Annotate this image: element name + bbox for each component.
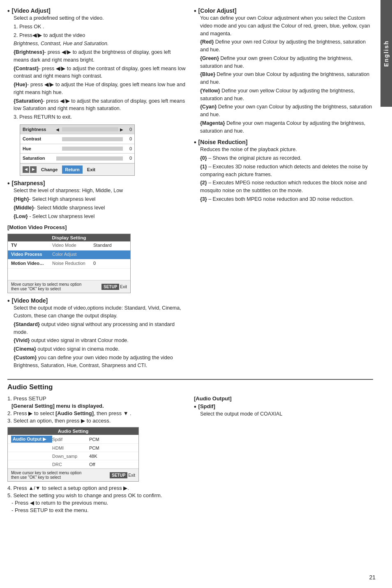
video-mode-section: • [Video Mode] Select the output mode of…	[7, 297, 187, 369]
sharpness-title: [Sharpness]	[12, 180, 45, 186]
brightness-row: Brightness ◀ ▶ 0	[20, 125, 134, 135]
audio-step2: 2. Press ▶ to select [Audio Setting], th…	[7, 410, 187, 416]
audio-drc-label: DRC	[52, 462, 89, 467]
contrast-row: Contrast 0	[20, 134, 134, 144]
nav-left-arrow[interactable]: ◀	[23, 166, 29, 173]
sharpness-high: {High}- Select High sharpness level	[14, 195, 187, 203]
audio-divider	[7, 379, 373, 380]
ds-standard-label: Standard	[93, 242, 122, 248]
audio-setting-header: Audio Setting	[8, 427, 138, 435]
nav-arrows: ◀ ▶	[23, 166, 37, 173]
video-adjust-header: • [Video Adjust]	[7, 7, 187, 14]
ds-exit-label[interactable]: Exit	[120, 285, 127, 289]
video-mode-standard: {Standard} output video signal without a…	[14, 321, 187, 336]
audio-section-title: Audio Setting	[7, 383, 373, 391]
audio-setting-box: Audio Setting Audio Output ▶ Spdif PCM H…	[7, 427, 139, 482]
video-adjust-step3: 3. Press RETURN to exit.	[14, 113, 187, 121]
saturation-text: {Saturation}- press ◀/▶ to adjust the sa…	[14, 97, 187, 113]
sidebar-text: English	[383, 40, 390, 67]
color-adjust-body: You can define your own Colour adjustmen…	[200, 14, 373, 135]
video-adjust-ui-box: Brightness ◀ ▶ 0 Contrast	[20, 124, 135, 176]
audio-setup-button[interactable]: SETUP	[110, 472, 127, 478]
audio-pcm1-value: PCM	[89, 437, 122, 442]
audio-downsamp-label: Down_samp	[52, 454, 89, 459]
color-adjust-header: • [Color Adjust]	[194, 7, 373, 14]
contrast-value: 0	[125, 136, 132, 142]
hue-value: 0	[125, 145, 132, 152]
noise-reduction-section: • [Noise Reduction] Reduces the noise of…	[194, 139, 373, 203]
audio-exit-label[interactable]: Exit	[128, 473, 135, 478]
video-mode-body: Select the output mode of video,options …	[14, 304, 187, 369]
spdif-text: Select the output mode of COAXIAL	[200, 410, 373, 418]
spdif-title: [Spdif]	[198, 403, 215, 409]
return-button[interactable]: Return	[62, 165, 82, 174]
ds-noisereduction-value: 0	[93, 260, 122, 266]
color-adjust-title: [Color Adjust]	[198, 7, 237, 14]
audio-step5a: - Press ◀ to return to the previous menu…	[12, 500, 187, 506]
saturation-value: 0	[125, 155, 132, 162]
brightness-value: 0	[125, 126, 132, 133]
noise-two: {2} – Executes MPEG noise reduction whic…	[200, 179, 373, 195]
hue-row: Hue 0	[20, 144, 134, 154]
nav-right-arrow[interactable]: ▶	[30, 166, 37, 173]
display-setting-footer: Move cursor key to select menu optionthe…	[8, 280, 130, 293]
brightness-arrow-left: ◀	[55, 126, 60, 133]
color-adjust-blue: {Blue} Define your own blue Colour by ad…	[200, 71, 373, 86]
audio-right-col: [Audio Output] • [Spdif] Select the outp…	[194, 395, 373, 514]
hue-text: {Hue}- press ◀/▶ to adjust the Hue of di…	[14, 81, 187, 96]
ds-row-videoprocess: Video Process Color Adjust	[8, 250, 130, 260]
color-adjust-magenta: {Magenta} Define your own magenta Colour…	[200, 119, 373, 135]
ds-tv-label: TV	[11, 242, 52, 248]
contrast-text: {Contrast}- press ◀/▶ to adjust the cont…	[14, 65, 187, 80]
saturation-bar	[56, 156, 123, 161]
audio-pcm2-value: PCM	[89, 446, 122, 450]
color-adjust-yellow: {Yellow} Define your own yellow Colour b…	[200, 87, 373, 103]
color-adjust-cyan: {Cyan} Define your own cyan Colour by ad…	[200, 103, 373, 119]
audio-step1b: [General Setting] menu is displayed.	[12, 403, 187, 409]
left-column: • [Video Adjust] Select a predefined set…	[7, 7, 187, 373]
video-mode-custom: {Custom} you can define your own video m…	[14, 354, 187, 370]
video-mode-intro: Select the output mode of video,options …	[14, 304, 187, 320]
audio-spdif-label: Spdif	[52, 437, 89, 442]
brightness-bar	[62, 127, 118, 131]
color-adjust-green: {Green} Define your own green Colour by …	[200, 55, 373, 70]
ds-footer-text: Move cursor key to select menu optionthe…	[11, 282, 81, 291]
spdif-body: Select the output mode of COAXIAL	[200, 410, 373, 418]
noise-intro: Reduces the noise of the playback pictur…	[200, 146, 373, 154]
audio-step3: 3. Select an option, then press ▶ to acc…	[7, 418, 187, 424]
audio-setting-section: Audio Setting 1. Press SETUP [General Se…	[7, 383, 373, 514]
audio-setting-footer: Move cursor key to select menu optionthe…	[8, 469, 138, 481]
video-adjust-step2b: Brightness, Contrast, Hue and Saturation…	[14, 40, 187, 48]
audio-step4: 4. Press ▲/▼ to select a setup option an…	[7, 485, 187, 491]
sharpness-section: • [Sharpness] Select the level of sharpn…	[7, 180, 187, 220]
hue-label: Hue	[23, 145, 55, 152]
change-label: Change	[38, 165, 60, 174]
noise-zero: {0} – Shows the original picture as reco…	[200, 154, 373, 162]
video-adjust-intro: Select a predefined setting of the video…	[14, 14, 187, 22]
noise-one: {1} – Executes 3D noise reduction which …	[200, 163, 373, 179]
ds-setup-button[interactable]: SETUP	[101, 284, 119, 290]
hue-bar	[62, 147, 123, 151]
exit-button[interactable]: Exit	[84, 165, 98, 174]
audio-output-header: [Audio Output]	[194, 395, 232, 402]
display-setting-title: Display Setting	[8, 234, 130, 241]
color-adjust-intro: You can define your own Colour adjustmen…	[200, 14, 373, 37]
video-adjust-step2: 2. Press◀/▶ to adjust the video	[14, 32, 187, 39]
sharpness-header: • [Sharpness]	[7, 180, 187, 187]
audio-row-1: Audio Output ▶ Spdif PCM	[8, 435, 138, 444]
color-adjust-red: {Red} Define your own red Colour by adju…	[200, 38, 373, 54]
audio-row-4: DRC Off	[8, 460, 138, 469]
video-adjust-body: Select a predefined setting of the video…	[14, 14, 187, 176]
audio-step5: 5. Select the setting you wish to change…	[7, 492, 187, 498]
video-mode-title: [Video Mode]	[12, 297, 48, 304]
sharpness-body: Select the level of sharpness: High, Mid…	[14, 187, 187, 220]
video-adjust-step1: 1. Press OK .	[14, 23, 187, 31]
video-mode-vivid: {Vivid} output video signal in vibrant C…	[14, 337, 187, 345]
audio-two-col: 1. Press SETUP [General Setting] menu is…	[7, 395, 373, 514]
page-number: 21	[369, 574, 376, 581]
video-adjust-section: • [Video Adjust] Select a predefined set…	[7, 7, 187, 176]
ui-box-footer: ◀ ▶ Change Return Exit	[20, 163, 134, 176]
sharpness-intro: Select the level of sharpness: High, Mid…	[14, 187, 187, 195]
ds-videoprocess-label: Video Process	[11, 251, 52, 257]
audio-output-section: [Audio Output] • [Spdif] Select the outp…	[194, 395, 373, 418]
